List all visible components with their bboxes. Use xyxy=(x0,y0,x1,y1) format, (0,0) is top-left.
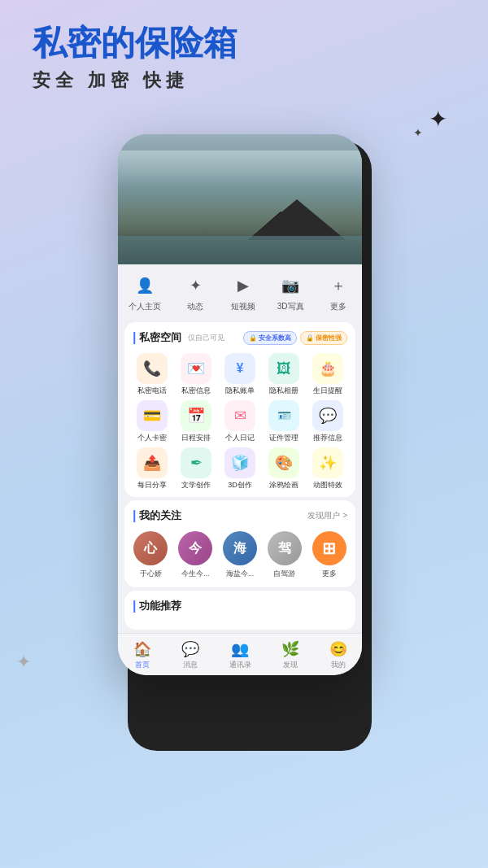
profile-nav-bar: 👤 个人主页 ✦ 动态 ▶ 短视频 📷 3D写真 ＋ 更多 xyxy=(118,264,362,319)
follow-name-1: 于心娇 xyxy=(140,569,162,579)
message-icon: 💬 xyxy=(181,640,199,658)
bottom-nav-mine[interactable]: 😊 我的 xyxy=(329,640,347,670)
bottom-nav-message[interactable]: 💬 消息 xyxy=(181,640,199,670)
private-space-section: 私密空间 仅自己可见 🔒 安全系数高 🔒 保密性强 📞 私密电话 💌 私密 xyxy=(124,322,355,497)
video-icon: ▶ xyxy=(230,273,256,299)
follows-grid: 心 于心娇 今 今生今... 海 海盐今... 驾 自驾游 ⊞ 更多 xyxy=(133,531,347,579)
recommend-title: 功能推荐 xyxy=(133,599,181,613)
private-bill-label: 隐私账单 xyxy=(225,386,255,395)
nav-label-3d: 3D写真 xyxy=(277,301,304,312)
certificate-label: 证件管理 xyxy=(269,434,298,443)
follows-title: 我的关注 xyxy=(133,508,181,523)
follows-header: 我的关注 发现用户 > xyxy=(133,508,347,523)
security-badges: 🔒 安全系数高 🔒 保密性强 xyxy=(243,331,347,345)
daily-share-icon: 📤 xyxy=(137,447,168,478)
discover-users-link[interactable]: 发现用户 > xyxy=(307,510,347,521)
writing-label: 文学创作 xyxy=(181,481,211,490)
schedule-item[interactable]: 📅 日程安排 xyxy=(176,400,216,443)
private-message-label: 私密信息 xyxy=(181,386,211,395)
nav-item-dynamic[interactable]: ✦ 动态 xyxy=(182,273,208,312)
follows-section: 我的关注 发现用户 > 心 于心娇 今 今生今... 海 海盐今... 驾 xyxy=(124,500,355,587)
3d-create-item[interactable]: 🧊 3D创作 xyxy=(220,447,259,490)
drawing-item[interactable]: 🎨 涂鸦绘画 xyxy=(264,447,303,490)
birthday-icon: 🎂 xyxy=(312,353,343,384)
bottom-nav-contacts-label: 通讯录 xyxy=(229,660,251,670)
gif-effect-icon: ✨ xyxy=(312,447,343,478)
private-message-item[interactable]: 💌 私密信息 xyxy=(176,353,216,395)
phone-mockup: 👤 个人主页 ✦ 动态 ▶ 短视频 📷 3D写真 ＋ 更多 xyxy=(118,134,370,675)
writing-item[interactable]: ✒ 文学创作 xyxy=(176,447,216,490)
diary-icon: ✉ xyxy=(224,400,255,431)
certificate-item[interactable]: 🪪 证件管理 xyxy=(264,400,303,443)
recommend-section: 功能推荐 xyxy=(124,591,355,630)
follow-item-1[interactable]: 心 于心娇 xyxy=(133,531,169,579)
recommend-msg-icon: 💬 xyxy=(312,400,343,431)
discover-icon: 🌿 xyxy=(281,640,299,658)
avatar-more: ⊞ xyxy=(312,531,346,565)
private-space-subtitle: 仅自己可见 xyxy=(188,333,224,343)
avatar-4: 驾 xyxy=(268,531,302,565)
card-secret-label: 个人卡密 xyxy=(137,434,167,443)
follow-name-3: 海盐今... xyxy=(226,569,255,579)
avatar-3: 海 xyxy=(223,531,257,565)
drawing-icon: 🎨 xyxy=(268,447,299,478)
birthday-label: 生日提醒 xyxy=(313,386,342,395)
home-icon: 🏠 xyxy=(133,640,151,658)
follow-name-more: 更多 xyxy=(322,569,337,579)
nav-label-dynamic: 动态 xyxy=(187,301,203,312)
nav-item-video[interactable]: ▶ 短视频 xyxy=(230,273,256,312)
recommend-header: 功能推荐 xyxy=(133,599,347,613)
bottom-navigation: 🏠 首页 💬 消息 👥 通讯录 🌿 发现 😊 我的 xyxy=(118,633,362,675)
private-bill-item[interactable]: ¥ 隐私账单 xyxy=(220,353,259,395)
private-phone-icon: 📞 xyxy=(137,353,168,384)
recommend-msg-label: 推荐信息 xyxy=(313,434,342,443)
avatar-1: 心 xyxy=(133,531,168,565)
bottom-nav-contacts[interactable]: 👥 通讯录 xyxy=(229,640,251,670)
nav-item-profile[interactable]: 👤 个人主页 xyxy=(129,273,161,312)
bottom-nav-home[interactable]: 🏠 首页 xyxy=(133,640,151,670)
drawing-label: 涂鸦绘画 xyxy=(269,481,298,490)
private-phone-item[interactable]: 📞 私密电话 xyxy=(133,353,172,395)
schedule-icon: 📅 xyxy=(181,400,211,431)
profile-icon: 👤 xyxy=(132,273,158,299)
dynamic-icon: ✦ xyxy=(182,273,208,299)
daily-share-label: 每日分享 xyxy=(137,481,167,490)
recommend-msg-item[interactable]: 💬 推荐信息 xyxy=(308,400,347,443)
daily-share-item[interactable]: 📤 每日分享 xyxy=(133,447,172,490)
mine-icon: 😊 xyxy=(329,640,347,658)
contacts-icon: 👥 xyxy=(231,640,249,658)
birthday-item[interactable]: 🎂 生日提醒 xyxy=(308,353,347,395)
bottom-nav-message-label: 消息 xyxy=(183,660,198,670)
bottom-nav-discover[interactable]: 🌿 发现 xyxy=(281,640,299,670)
private-album-label: 隐私相册 xyxy=(269,386,298,395)
3d-create-icon: 🧊 xyxy=(224,447,255,478)
3d-create-label: 3D创作 xyxy=(228,481,252,490)
private-album-item[interactable]: 🖼 隐私相册 xyxy=(264,353,303,395)
follow-item-4[interactable]: 驾 自驾游 xyxy=(266,531,303,579)
follow-item-3[interactable]: 海 海盐今... xyxy=(222,531,259,579)
private-phone-label: 私密电话 xyxy=(137,386,167,395)
card-secret-icon: 💳 xyxy=(137,400,168,431)
avatar-2: 今 xyxy=(178,531,212,565)
follow-item-more[interactable]: ⊞ 更多 xyxy=(311,531,347,579)
card-secret-item[interactable]: 💳 个人卡密 xyxy=(133,400,172,443)
more-icon: ＋ xyxy=(325,273,351,299)
nav-item-more[interactable]: ＋ 更多 xyxy=(325,273,351,312)
nav-item-3d[interactable]: 📷 3D写真 xyxy=(277,273,304,312)
sparkle-icon-small: ✦ xyxy=(413,126,423,139)
follow-item-2[interactable]: 今 今生今... xyxy=(177,531,214,579)
private-space-title: 私密空间 xyxy=(133,330,181,345)
nav-label-profile: 个人主页 xyxy=(129,301,161,312)
hero-image xyxy=(118,134,362,264)
private-space-header: 私密空间 仅自己可见 🔒 安全系数高 🔒 保密性强 xyxy=(133,330,347,345)
sparkle-icon-top: ✦ xyxy=(429,106,447,133)
schedule-label: 日程安排 xyxy=(181,434,211,443)
page-subtitle: 安全 加密 快捷 xyxy=(33,68,237,93)
gif-effect-label: 动图特效 xyxy=(313,481,342,490)
gif-effect-item[interactable]: ✨ 动图特效 xyxy=(308,447,347,490)
privacy-badge-strong: 🔒 保密性强 xyxy=(300,331,347,345)
diary-item[interactable]: ✉ 个人日记 xyxy=(220,400,259,443)
sparkle-icon-bottom-left: ✦ xyxy=(16,652,31,673)
nav-label-video: 短视频 xyxy=(231,301,255,312)
follow-name-4: 自驾游 xyxy=(273,569,295,579)
